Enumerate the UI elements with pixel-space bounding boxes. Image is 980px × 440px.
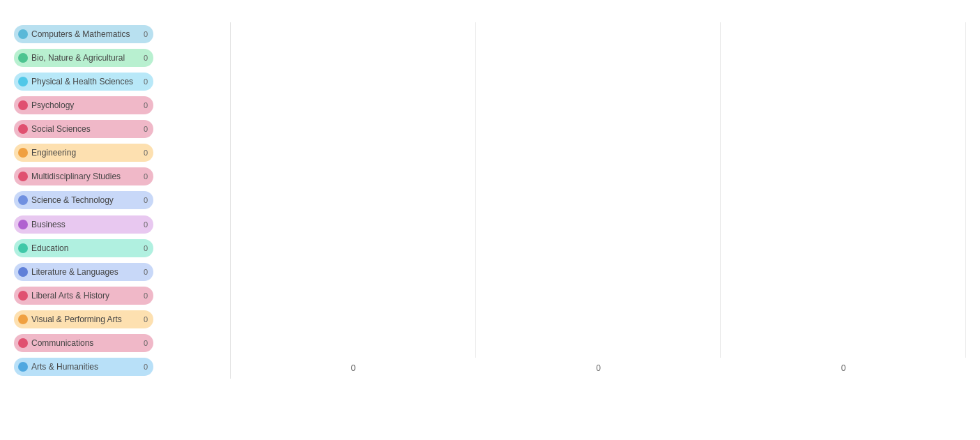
bar-label: Social Sciences xyxy=(31,124,91,134)
bar-label: Science & Technology xyxy=(31,195,114,205)
bar-value: 0 xyxy=(138,54,148,62)
bar-row: Social Sciences0 xyxy=(14,117,230,141)
bar-value: 0 xyxy=(138,220,148,229)
bar-label: Computers & Mathematics xyxy=(31,29,130,39)
pill-dot xyxy=(18,100,28,110)
pill-dot xyxy=(18,195,28,205)
x-axis-label: 0 xyxy=(231,358,476,379)
bar-label-pill: Liberal Arts & History0 xyxy=(14,287,153,305)
bar-row: Liberal Arts & History0 xyxy=(14,284,230,308)
bar-value: 0 xyxy=(138,244,148,252)
pill-dot xyxy=(18,220,28,229)
grid-line-3 xyxy=(721,22,966,358)
x-axis-label: 0 xyxy=(476,358,721,379)
bar-row: Engineering0 xyxy=(14,141,230,165)
chart-area: Computers & Mathematics0Bio, Nature & Ag… xyxy=(14,22,966,379)
grid-lines xyxy=(231,22,966,358)
pill-dot xyxy=(18,314,28,324)
bar-label: Business xyxy=(31,220,66,229)
bar-label-pill: Communications0 xyxy=(14,334,153,352)
bar-value: 0 xyxy=(138,30,148,38)
bar-label-pill: Psychology0 xyxy=(14,96,153,114)
bar-value: 0 xyxy=(138,77,148,86)
x-axis: 000 xyxy=(231,358,966,379)
pill-dot xyxy=(18,291,28,301)
pill-dot xyxy=(18,29,28,39)
bar-label: Multidisciplinary Studies xyxy=(31,172,121,181)
bar-row: Computers & Mathematics0 xyxy=(14,22,230,46)
pill-dot xyxy=(18,243,28,253)
bar-row: Education0 xyxy=(14,236,230,260)
bar-row: Literature & Languages0 xyxy=(14,260,230,284)
bar-value: 0 xyxy=(138,363,148,371)
bar-value: 0 xyxy=(138,291,148,300)
bar-value: 0 xyxy=(138,101,148,109)
bar-label: Literature & Languages xyxy=(31,267,118,277)
bar-label: Visual & Performing Arts xyxy=(31,314,122,324)
pill-dot xyxy=(18,124,28,134)
pill-dot xyxy=(18,53,28,63)
bar-label-pill: Engineering0 xyxy=(14,144,153,162)
bar-label-pill: Literature & Languages0 xyxy=(14,263,153,281)
bar-label-pill: Arts & Humanities0 xyxy=(14,358,153,376)
bar-row: Psychology0 xyxy=(14,93,230,117)
pill-dot xyxy=(18,267,28,277)
grid-line-1 xyxy=(231,22,476,358)
bar-value: 0 xyxy=(138,315,148,324)
bars-section: Computers & Mathematics0Bio, Nature & Ag… xyxy=(14,22,230,379)
bar-label: Psychology xyxy=(31,100,74,110)
bar-row: Bio, Nature & Agricultural0 xyxy=(14,46,230,70)
bar-label-pill: Business0 xyxy=(14,215,153,234)
pill-dot xyxy=(18,77,28,86)
grid-section: 000 xyxy=(230,22,966,379)
bar-label-pill: Bio, Nature & Agricultural0 xyxy=(14,49,153,67)
bar-label: Communications xyxy=(31,338,93,348)
bar-value: 0 xyxy=(138,339,148,347)
bar-label: Engineering xyxy=(31,148,76,158)
pill-dot xyxy=(18,148,28,158)
bar-label-pill: Physical & Health Sciences0 xyxy=(14,73,153,91)
bar-label-pill: Social Sciences0 xyxy=(14,120,153,138)
bar-value: 0 xyxy=(138,149,148,157)
bar-label: Physical & Health Sciences xyxy=(31,77,133,86)
pill-dot xyxy=(18,338,28,348)
bar-row: Multidisciplinary Studies0 xyxy=(14,165,230,188)
bar-label: Arts & Humanities xyxy=(31,362,98,372)
bar-label: Education xyxy=(31,243,68,253)
pill-dot xyxy=(18,172,28,181)
chart-container: Computers & Mathematics0Bio, Nature & Ag… xyxy=(0,0,980,440)
bar-label-pill: Science & Technology0 xyxy=(14,191,153,209)
grid-line-2 xyxy=(476,22,721,358)
x-axis-label: 0 xyxy=(721,358,966,379)
bar-value: 0 xyxy=(138,268,148,276)
bar-label-pill: Computers & Mathematics0 xyxy=(14,25,153,43)
bar-row: Business0 xyxy=(14,213,230,236)
bar-label: Liberal Arts & History xyxy=(31,291,109,301)
bar-label: Bio, Nature & Agricultural xyxy=(31,53,125,63)
bar-value: 0 xyxy=(138,172,148,181)
pill-dot xyxy=(18,362,28,372)
bar-label-pill: Visual & Performing Arts0 xyxy=(14,310,153,328)
bar-value: 0 xyxy=(138,196,148,204)
bar-value: 0 xyxy=(138,125,148,133)
bar-label-pill: Multidisciplinary Studies0 xyxy=(14,167,153,185)
bar-row: Arts & Humanities0 xyxy=(14,355,230,379)
bar-row: Communications0 xyxy=(14,331,230,355)
bar-row: Visual & Performing Arts0 xyxy=(14,308,230,331)
bar-row: Science & Technology0 xyxy=(14,188,230,212)
bar-label-pill: Education0 xyxy=(14,239,153,257)
bar-row: Physical & Health Sciences0 xyxy=(14,70,230,93)
